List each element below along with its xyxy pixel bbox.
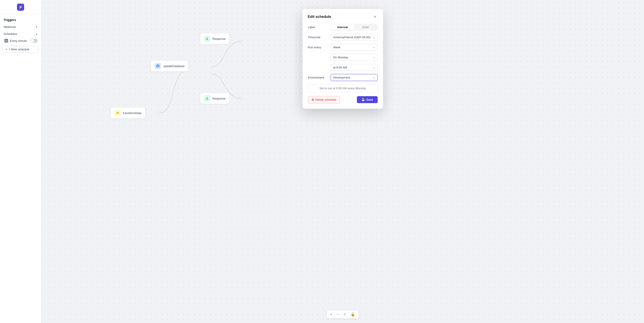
time-placeholder	[308, 64, 328, 66]
modal-close-button[interactable]: ×	[372, 14, 378, 19]
schedules-section: Schedules ▲ Every minute + + New schedul…	[0, 30, 41, 54]
schedules-label: Schedules	[4, 32, 17, 36]
interval-tab[interactable]: Interval	[331, 24, 354, 30]
run-every-label: Run every	[308, 44, 328, 49]
webhook-section: Webhook ▼	[0, 24, 41, 30]
label-row: Label Interval Cron	[308, 24, 378, 31]
environment-row: Environment Development	[308, 74, 378, 81]
trash-icon: 🗑	[311, 98, 314, 101]
canvas: JS transformData updateDatabase Response	[41, 0, 644, 323]
delete-schedule-button[interactable]: 🗑 Delete schedule	[308, 96, 340, 103]
save-icon: 💾	[361, 98, 365, 101]
label-tab-toggle: Interval Cron	[331, 24, 378, 31]
schedules-chevron: ▲	[35, 33, 38, 35]
schedule-calendar-icon	[4, 39, 8, 42]
app-logo-icon: ⚡	[17, 4, 24, 11]
delete-schedule-label: Delete schedule	[316, 98, 336, 101]
save-button[interactable]: 💾 Save	[357, 96, 378, 103]
svg-rect-0	[5, 40, 7, 42]
webhook-chevron: ▼	[35, 26, 38, 28]
timezone-select[interactable]: America/Detroit (GMT-05:00)	[331, 34, 378, 41]
new-schedule-label: + New schedule	[9, 48, 30, 51]
every-minute-label: Every minute	[10, 39, 27, 42]
modal-overlay: Edit schedule × Label Interval Cron Time…	[41, 0, 644, 323]
schedules-header[interactable]: Schedules ▲	[0, 30, 41, 37]
every-minute-item[interactable]: Every minute	[0, 37, 41, 44]
sidebar-logo: ⚡	[0, 0, 41, 14]
edit-schedule-modal: Edit schedule × Label Interval Cron Time…	[302, 9, 383, 109]
cron-tab[interactable]: Cron	[354, 24, 377, 30]
environment-label: Environment	[308, 74, 328, 79]
sidebar: ⚡ Triggers Webhook ▼ Schedules ▲ Every m…	[0, 0, 41, 323]
timezone-row: Timezone America/Detroit (GMT-05:00)	[308, 34, 378, 41]
time-select[interactable]: at 9:00 AM	[331, 64, 378, 71]
run-every-select[interactable]: Week	[331, 44, 378, 51]
day-select[interactable]: On Monday	[331, 54, 378, 61]
webhook-label: Webhook	[4, 25, 16, 29]
run-every-row: Run every Week	[308, 44, 378, 51]
webhook-header[interactable]: Webhook ▼	[0, 24, 41, 30]
modal-title: Edit schedule	[308, 15, 331, 19]
timezone-label: Timezone	[308, 34, 328, 39]
new-schedule-button[interactable]: + + New schedule	[3, 46, 38, 53]
save-label: Save	[366, 98, 373, 101]
plus-icon: +	[6, 48, 8, 51]
every-minute-toggle[interactable]	[30, 39, 38, 43]
environment-wrapper: Development	[331, 74, 378, 81]
sidebar-title: Triggers	[0, 14, 41, 24]
day-row: On Monday	[308, 54, 378, 61]
schedule-summary: Set to run at 9:00 AM every Monday	[308, 84, 378, 92]
time-row: at 9:00 AM	[308, 64, 378, 71]
time-wrapper: at 9:00 AM	[331, 64, 378, 71]
timezone-wrapper: America/Detroit (GMT-05:00)	[331, 34, 378, 41]
day-wrapper: On Monday	[331, 54, 378, 61]
run-every-wrapper: Week	[331, 44, 378, 51]
day-placeholder	[308, 54, 328, 56]
modal-actions: 🗑 Delete schedule 💾 Save	[308, 96, 378, 103]
label-field-label: Label	[308, 24, 328, 29]
modal-header: Edit schedule ×	[308, 14, 378, 19]
environment-select[interactable]: Development	[331, 74, 378, 81]
